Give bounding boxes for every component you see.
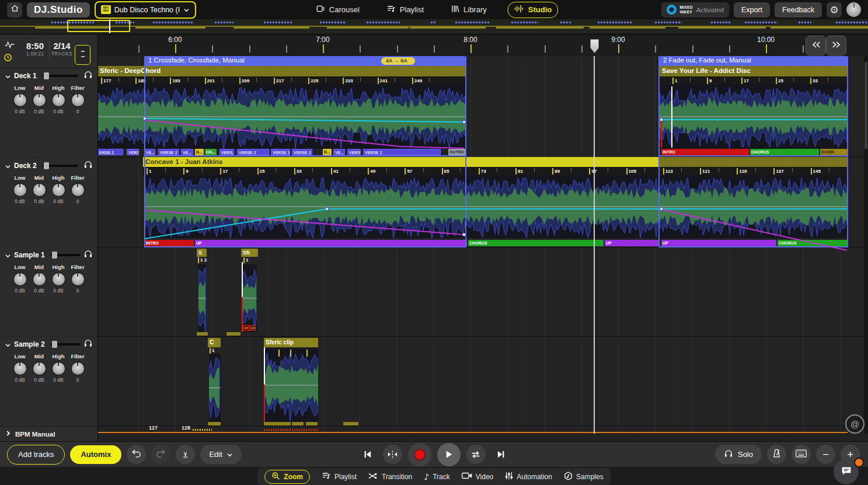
knob-dial[interactable] [51, 272, 66, 287]
home-button[interactable] [7, 2, 22, 18]
knob-low[interactable]: Low0 dB [11, 264, 29, 294]
bpm-panel[interactable]: BPM Manual [0, 426, 97, 441]
section-chip[interactable]: VERS... [219, 149, 234, 155]
knob-mid[interactable]: Mid0 dB [30, 85, 48, 114]
dock-item-transition[interactable]: Transition [368, 473, 412, 481]
deck2-clip-title-overlap[interactable] [658, 157, 848, 168]
section-chip[interactable]: OUTRO [448, 149, 465, 155]
section-chip[interactable]: UP [661, 240, 776, 246]
solo-button[interactable]: Solo [715, 445, 762, 464]
deck1-clip1-title[interactable]: Sferic - DeepChord [97, 66, 466, 77]
vertical-scrollbar[interactable] [864, 56, 868, 434]
knob-dial[interactable] [71, 272, 85, 287]
section-chip[interactable]: VERSE 2 [237, 149, 269, 155]
section-chip[interactable]: VERSE 2 [363, 149, 441, 155]
section-chip[interactable]: INTRO [661, 149, 749, 155]
fast-forward-button[interactable] [826, 36, 846, 55]
section-chip[interactable]: DOWN [820, 149, 847, 155]
accessibility-button[interactable]: @ [845, 414, 864, 434]
knob-high[interactable]: High0 dB [49, 85, 68, 114]
user-avatar[interactable] [846, 2, 861, 17]
headphones-icon[interactable] [83, 160, 93, 171]
bpm-automation-line[interactable] [97, 432, 848, 433]
skip-end-button[interactable] [491, 445, 511, 464]
metronome-button[interactable] [767, 445, 786, 464]
add-tracks-button[interactable]: Add tracks [7, 445, 65, 465]
deck1-clip1-waveform[interactable] [97, 85, 466, 149]
dock-item-track[interactable]: ♪Track [424, 472, 450, 481]
knob-dial[interactable] [32, 272, 47, 287]
loop-button[interactable] [466, 445, 486, 464]
knob-filter[interactable]: Filter0 [68, 264, 87, 294]
section-chip[interactable]: VERS [347, 149, 361, 155]
deck-volume-slider[interactable] [42, 165, 78, 167]
popout-button[interactable] [75, 45, 90, 65]
knob-low[interactable]: Low0 dB [11, 175, 29, 204]
fade-marker-red[interactable] [264, 385, 265, 422]
headphones-icon[interactable] [83, 339, 93, 350]
split-at-playhead-button[interactable] [383, 445, 402, 464]
project-selector[interactable]: MP3WAV Dub Disco Techno (I [95, 1, 196, 19]
cut-button[interactable]: ✂ [176, 445, 195, 464]
section-chip[interactable]: INTRO [145, 240, 194, 246]
knob-filter[interactable]: Filter0 [68, 175, 87, 204]
section-chip[interactable]: VERS [127, 149, 139, 155]
mixed-in-key-status[interactable]: MIXEDINKEY Activated [661, 2, 729, 18]
sample-clip-title[interactable]: Sft [241, 249, 258, 257]
knob-dial[interactable] [51, 93, 66, 107]
sample2-clip2-waveform[interactable] [264, 348, 318, 422]
knob-dial[interactable] [71, 93, 85, 107]
section-chip[interactable]: UP [605, 240, 658, 246]
knob-dial[interactable] [51, 183, 66, 197]
deck1-clip2-title[interactable]: Save Your Life - Addict Disc [660, 66, 848, 77]
knob-dial[interactable] [71, 361, 85, 376]
knob-high[interactable]: High0 dB [49, 175, 68, 204]
keyboard-shortcuts-button[interactable] [792, 445, 811, 464]
dock-item-samples[interactable]: Samples [564, 472, 604, 482]
knob-high[interactable]: High0 dB [49, 353, 68, 383]
sample1-clip2-waveform[interactable] [242, 264, 257, 332]
knob-high[interactable]: High0 dB [49, 264, 68, 294]
tracks-canvas[interactable]: Sferic - DeepChord1771851932012092172252… [97, 56, 868, 434]
section-chip[interactable]: VERSE 2 [271, 149, 290, 155]
knob-dial[interactable] [51, 361, 66, 376]
section-chip[interactable]: ERSE 2 [97, 149, 123, 155]
sample2-clip1-waveform[interactable] [209, 354, 221, 422]
knob-dial[interactable] [13, 183, 27, 197]
deck2-clip-waveform[interactable] [145, 175, 848, 238]
redo-button[interactable] [151, 445, 170, 464]
section-chip[interactable]: CHORUS [778, 240, 848, 246]
section-chip[interactable]: VERSE 2 [158, 149, 179, 155]
knob-dial[interactable] [13, 361, 27, 376]
chevron-down-icon[interactable] [5, 250, 11, 260]
dock-item-video[interactable]: Video [462, 472, 493, 481]
knob-mid[interactable]: Mid0 dB [30, 264, 48, 294]
sample1-clip1-waveform[interactable] [198, 264, 206, 332]
section-chip[interactable]: VERSE 2 [292, 149, 312, 155]
knob-filter[interactable]: Filter0 [68, 85, 87, 114]
section-chip[interactable]: VE... [144, 149, 155, 155]
sample-clip-title[interactable]: S [197, 249, 207, 257]
section-chip[interactable]: B... [323, 149, 332, 155]
overview-viewport[interactable] [67, 20, 130, 32]
knob-dial[interactable] [13, 93, 27, 107]
headphones-icon[interactable] [83, 250, 93, 260]
chevron-down-icon[interactable] [5, 339, 11, 350]
dock-item-automation[interactable]: Automation [505, 472, 552, 481]
knob-filter[interactable]: Filter0 [68, 353, 87, 383]
sample-clip-title[interactable]: C [208, 338, 221, 347]
section-chip[interactable]: CHORUS [750, 149, 819, 155]
section-chip[interactable]: B... [195, 149, 204, 155]
transition2-header[interactable]: 2 Fade out, Fade out, Manual [660, 56, 847, 66]
play-button[interactable] [437, 443, 461, 466]
deck-volume-slider[interactable] [50, 254, 81, 256]
export-button[interactable]: Export [734, 2, 770, 18]
knob-dial[interactable] [32, 183, 47, 197]
section-chip[interactable]: UP [195, 240, 467, 246]
chevron-down-icon[interactable] [5, 71, 11, 81]
knob-dial[interactable] [13, 272, 27, 287]
record-button[interactable] [408, 443, 431, 466]
undo-button[interactable] [127, 445, 146, 464]
tab-playlist[interactable]: Playlist [381, 2, 430, 18]
feedback-button[interactable]: Feedback [775, 2, 822, 18]
